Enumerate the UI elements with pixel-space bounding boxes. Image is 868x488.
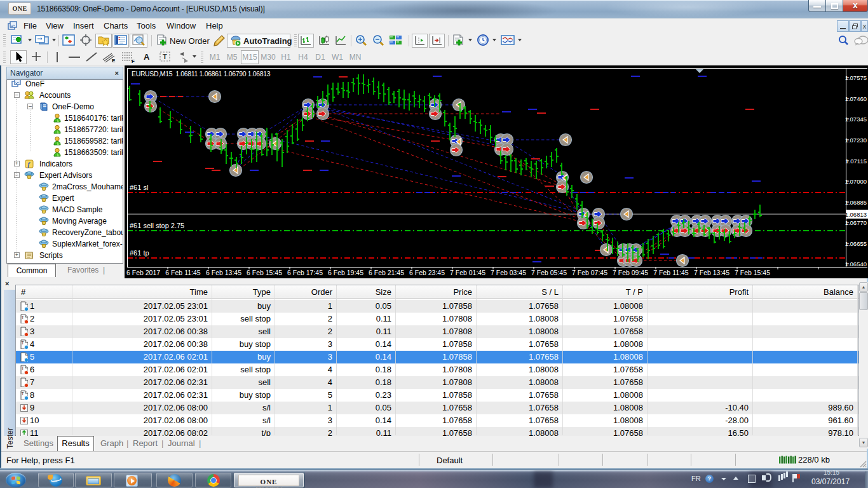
svg-text:T: T (22, 366, 25, 370)
svg-text:1.07460: 1.07460 (845, 95, 867, 102)
svg-text:EURUSD,M15 1.06811 1.06861 1.: EURUSD,M15 1.06811 1.06861 1.06790 1.068… (132, 70, 271, 78)
svg-text:7 Feb 11:45: 7 Feb 11:45 (653, 269, 688, 276)
svg-text:7 Feb 07:45: 7 Feb 07:45 (572, 269, 607, 276)
svg-text:#61 tp: #61 tp (130, 249, 149, 257)
svg-text:1.06655: 1.06655 (845, 240, 867, 247)
svg-text:7 Feb 09:45: 7 Feb 09:45 (613, 269, 648, 276)
svg-text:#61 sell stop 2.75: #61 sell stop 2.75 (130, 222, 184, 229)
svg-text:7 Feb 01:45: 7 Feb 01:45 (450, 269, 485, 276)
svg-text:1.07115: 1.07115 (845, 158, 867, 165)
svg-text:#61 sl: #61 sl (130, 184, 148, 191)
svg-text:T: T (163, 53, 167, 60)
svg-text:1.06885: 1.06885 (845, 199, 867, 206)
svg-text:1.06540: 1.06540 (845, 261, 867, 268)
svg-text:6 Feb 11:45: 6 Feb 11:45 (165, 269, 200, 276)
svg-text:7 Feb 13:45: 7 Feb 13:45 (694, 269, 729, 276)
svg-text:1.06770: 1.06770 (845, 219, 867, 226)
svg-text:6 Feb 15:45: 6 Feb 15:45 (247, 269, 282, 276)
svg-text:6 Feb 23:45: 6 Feb 23:45 (409, 269, 445, 276)
svg-text:E: E (112, 58, 116, 64)
svg-text:T: T (22, 315, 25, 320)
svg-text:F: F (132, 58, 135, 64)
svg-text:1.07000: 1.07000 (845, 178, 867, 185)
svg-text:1.07230: 1.07230 (845, 137, 867, 144)
svg-text:1.07345: 1.07345 (845, 116, 867, 123)
svg-text:T: T (22, 391, 25, 396)
svg-text:6 Feb 17:45: 6 Feb 17:45 (287, 269, 323, 276)
svg-text:6 Feb 21:45: 6 Feb 21:45 (369, 269, 404, 276)
svg-text:T: T (22, 341, 25, 345)
svg-text:6 Feb 19:45: 6 Feb 19:45 (328, 269, 363, 276)
svg-text:6 Feb 2017: 6 Feb 2017 (126, 269, 160, 276)
svg-text:7 Feb 03:45: 7 Feb 03:45 (491, 269, 526, 276)
svg-text:6 Feb 13:45: 6 Feb 13:45 (206, 269, 241, 276)
svg-text:1.07575: 1.07575 (845, 74, 867, 81)
svg-text:7 Feb 15:45: 7 Feb 15:45 (735, 269, 770, 276)
svg-text:1.06813: 1.06813 (845, 211, 867, 218)
svg-text:7 Feb 05:45: 7 Feb 05:45 (531, 269, 567, 276)
